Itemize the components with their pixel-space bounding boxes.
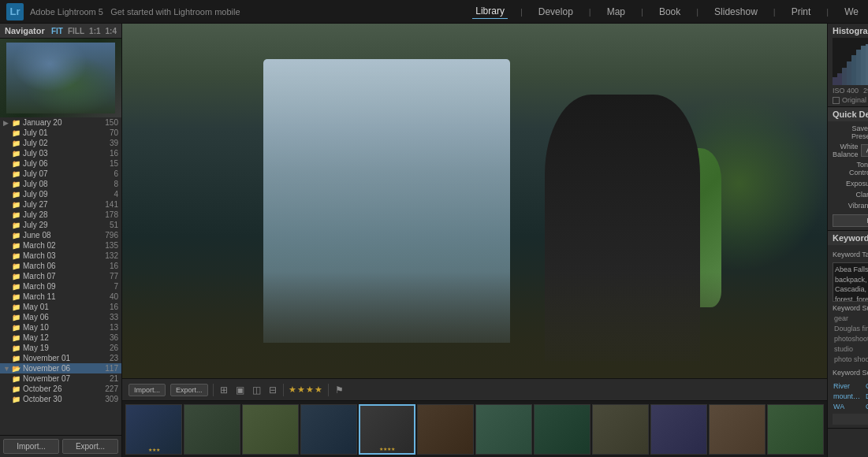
folder-item[interactable]: 📁 October 26 227 <box>0 384 121 394</box>
film-thumb[interactable] <box>300 404 357 455</box>
nav-fill[interactable]: FILL <box>68 27 84 35</box>
folder-item-selected[interactable]: ▼ 📂 November 06 117 <box>0 363 121 373</box>
keywording-header[interactable]: Keywording ▼ <box>828 231 868 245</box>
folder-item[interactable]: 📁 May 19 26 <box>0 343 121 353</box>
kw-suggestion[interactable]: studio <box>833 344 868 354</box>
nav-library[interactable]: Library <box>472 4 508 19</box>
nav-we[interactable]: We <box>841 5 862 19</box>
folder-count: 117 <box>105 364 118 373</box>
film-thumb-bg <box>243 405 298 454</box>
nav-map[interactable]: Map <box>604 5 628 19</box>
film-thumb[interactable] <box>417 404 474 455</box>
kw-suggestion[interactable]: photo shoot <box>833 355 868 364</box>
view-loupe-button[interactable]: ▣ <box>234 383 246 397</box>
nav-1to4[interactable]: 1:4 <box>106 27 117 35</box>
folder-item[interactable]: 📁 November 07 21 <box>0 373 121 384</box>
import-toolbar-button[interactable]: Import... <box>129 384 166 396</box>
folder-item[interactable]: 📁 July 08 8 <box>0 179 121 189</box>
nav-1to1[interactable]: 1:1 <box>89 27 100 35</box>
white-balance-select[interactable]: As Shot <box>861 144 868 157</box>
folder-item[interactable]: 📁 June 08 796 <box>0 230 121 240</box>
folder-icon: 📁 <box>12 293 20 301</box>
svg-rect-2 <box>842 68 847 85</box>
folder-item[interactable]: 📁 March 11 40 <box>0 292 121 302</box>
export-toolbar-button[interactable]: Export... <box>170 384 208 396</box>
kw-suggestion[interactable]: photoshoot <box>833 334 868 344</box>
film-thumb[interactable] <box>767 404 824 455</box>
folder-count: 227 <box>105 385 118 393</box>
folder-item[interactable]: 📁 July 09 4 <box>0 189 121 199</box>
folder-item[interactable]: 📁 March 03 132 <box>0 251 121 261</box>
folder-item[interactable]: 📁 March 07 77 <box>0 271 121 281</box>
folder-count: 70 <box>110 128 118 137</box>
keyword-list-button[interactable]: Keyword List ▸ <box>833 414 868 425</box>
folder-item[interactable]: 📁 October 30 309 <box>0 394 121 404</box>
film-thumb[interactable] <box>534 404 590 455</box>
vibrance-label: Vibrance <box>833 202 868 210</box>
import-button[interactable]: Import... <box>3 439 59 454</box>
original-photo-checkbox[interactable] <box>833 97 840 104</box>
waterfall-scene <box>122 24 827 378</box>
film-thumb[interactable] <box>650 404 707 455</box>
nav-book[interactable]: Book <box>656 5 684 19</box>
folder-name: March 07 <box>23 272 106 281</box>
folder-item[interactable]: 📁 July 27 141 <box>0 199 121 210</box>
folder-item[interactable]: 📁 July 03 16 <box>0 148 121 158</box>
keyword-tags-area: Abea Falls, autumn, camera backpack, cam… <box>833 262 868 302</box>
export-button[interactable]: Export... <box>62 439 118 454</box>
film-thumb[interactable] <box>709 404 766 455</box>
navigator-header[interactable]: Navigator FIT FILL 1:1 1:4 <box>0 24 121 39</box>
flag-button[interactable]: ⚑ <box>333 383 345 397</box>
folder-item[interactable]: 📁 July 02 39 <box>0 138 121 148</box>
film-thumb[interactable] <box>184 404 240 455</box>
kw-tag[interactable]: Cascadia <box>865 381 868 391</box>
film-thumb[interactable] <box>242 404 299 455</box>
nav-slideshow[interactable]: Slideshow <box>711 5 761 19</box>
folder-item[interactable]: 📁 May 06 33 <box>0 312 121 322</box>
nav-develop[interactable]: Develop <box>535 5 576 19</box>
kw-tag[interactable]: River <box>833 381 864 391</box>
kw-tag[interactable]: WA <box>833 402 864 411</box>
folder-item[interactable]: 📁 July 01 70 <box>0 128 121 138</box>
folder-item[interactable]: 📁 July 29 51 <box>0 220 121 230</box>
folder-item[interactable]: 📁 July 06 15 <box>0 158 121 169</box>
folder-count: 51 <box>110 221 118 229</box>
folder-item[interactable]: 📁 May 12 36 <box>0 333 121 343</box>
folder-item[interactable]: 📁 May 01 16 <box>0 302 121 312</box>
folder-icon: 📁 <box>12 180 20 188</box>
folder-list: ▶ 📁 January 20 150 📁 July 01 70 📁 July 0… <box>0 117 121 435</box>
nav-print[interactable]: Print <box>788 5 814 19</box>
kw-tag[interactable]: mountains <box>833 392 864 401</box>
view-compare-button[interactable]: ◫ <box>251 383 263 397</box>
expand-icon: ▶ <box>3 119 9 127</box>
folder-item[interactable]: 📁 July 28 178 <box>0 210 121 220</box>
view-survey-button[interactable]: ⊟ <box>267 383 278 397</box>
kw-tag[interactable]: Olympic Nati... <box>865 402 868 411</box>
reset-all-button[interactable]: Reset All <box>833 214 868 227</box>
folder-item[interactable]: ▶ 📁 January 20 150 <box>0 117 121 128</box>
nav-thumb <box>0 39 121 117</box>
folder-icon: 📁 <box>12 242 20 250</box>
folder-item[interactable]: 📁 May 10 13 <box>0 322 121 333</box>
exposure-label: Exposure <box>833 180 868 188</box>
tone-control-row: Tone Control Auto Tone <box>833 161 868 176</box>
kw-suggestion[interactable]: Douglas fir <box>833 324 868 333</box>
waterfall-rocks <box>122 272 827 378</box>
folder-name: May 01 <box>23 303 106 311</box>
histogram-svg <box>833 38 868 85</box>
folder-name: November 01 <box>23 354 106 362</box>
film-thumb[interactable] <box>475 404 532 455</box>
kw-tag[interactable]: Douglas fir <box>865 392 868 401</box>
quick-develop-header[interactable]: Quick Develop ▼ <box>828 107 868 121</box>
folder-item[interactable]: 📁 March 09 7 <box>0 281 121 292</box>
film-thumb[interactable]: ★★★ <box>125 404 182 455</box>
folder-item[interactable]: 📁 March 06 16 <box>0 261 121 271</box>
view-grid-button[interactable]: ⊞ <box>218 383 229 397</box>
kw-suggestion[interactable]: gear <box>833 314 868 323</box>
film-thumb[interactable] <box>592 404 649 455</box>
nav-fit[interactable]: FIT <box>51 27 63 35</box>
folder-item[interactable]: 📁 March 02 135 <box>0 240 121 251</box>
folder-item[interactable]: 📁 July 07 6 <box>0 169 121 179</box>
folder-item[interactable]: 📁 November 01 23 <box>0 353 121 363</box>
film-thumb-selected[interactable]: ★★★★ <box>359 404 415 455</box>
